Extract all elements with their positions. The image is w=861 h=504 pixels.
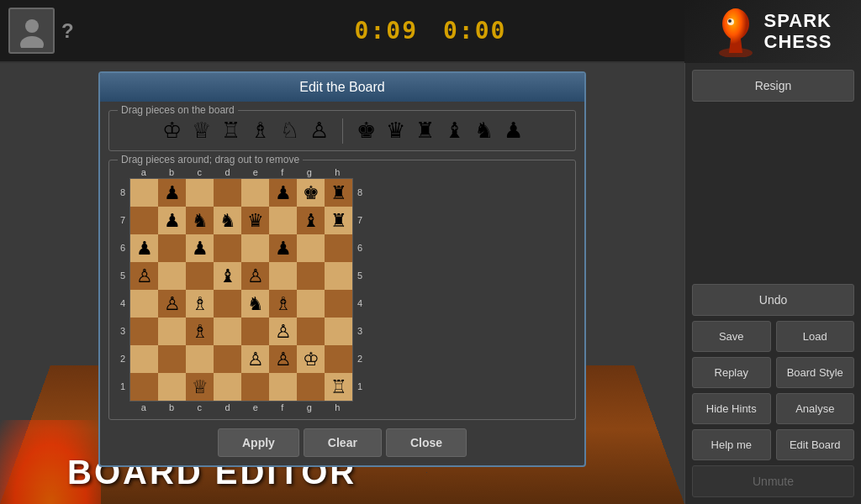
piece-black-rook[interactable]: ♜ [415,118,435,144]
cell-r4c3[interactable] [214,290,241,318]
cell-r6c2[interactable] [186,345,214,373]
cell-r2c7[interactable] [325,234,352,262]
piece-white-pawn[interactable]: ♙ [309,118,329,144]
svg-point-1 [20,36,44,48]
cell-r5c2[interactable]: ♗ [186,318,214,345]
cell-r3c5[interactable] [269,262,297,290]
help-me-button[interactable]: Help me [692,429,771,460]
cell-r7c6[interactable] [297,373,325,401]
board-style-button[interactable]: Board Style [776,357,855,388]
piece-row[interactable]: ♔ ♕ ♖ ♗ ♘ ♙ ♚ ♛ ♜ ♝ ♞ ♟ [118,118,567,144]
piece-black-bishop[interactable]: ♝ [445,118,464,144]
cell-r7c4[interactable] [241,373,269,401]
undo-button[interactable]: Undo [692,284,854,316]
cell-r0c0[interactable] [130,179,158,207]
piece-white-rook[interactable]: ♖ [221,118,240,144]
player-left-name: ? [61,19,74,43]
chess-board[interactable]: ♟♟♚♜♟♞♞♛♝♜♟♟♟♙♝♙♙♗♞♗♗♙♙♙♔♕♖ [129,178,353,402]
cell-r1c4[interactable]: ♛ [241,207,269,234]
cell-r4c7[interactable] [325,290,352,318]
cell-r4c2[interactable]: ♗ [186,290,214,318]
cell-r5c7[interactable] [325,318,352,345]
piece-white-bishop[interactable]: ♗ [251,118,270,144]
cell-r2c3[interactable] [214,234,241,262]
edit-board-button[interactable]: Edit Board [776,429,855,460]
analyse-button[interactable]: Analyse [776,393,855,424]
cell-r2c5[interactable]: ♟ [269,234,297,262]
piece-white-king[interactable]: ♔ [162,118,182,144]
cell-r1c7[interactable]: ♜ [325,207,352,234]
cell-r1c0[interactable] [130,207,158,234]
cell-r4c4[interactable]: ♞ [241,290,269,318]
coord-right: 87654321 [353,178,367,400]
cell-r3c2[interactable] [186,262,214,290]
cell-r7c0[interactable] [130,373,158,401]
cell-r1c3[interactable]: ♞ [214,207,241,234]
avatar-left [8,8,55,54]
cell-r3c0[interactable]: ♙ [130,262,158,290]
cell-r1c6[interactable]: ♝ [297,207,325,234]
cell-r6c3[interactable] [214,345,241,373]
cell-r2c6[interactable] [297,234,325,262]
cell-r0c1[interactable]: ♟ [158,179,186,207]
unmute-button[interactable]: Unmute [692,465,854,497]
cell-r5c4[interactable] [241,318,269,345]
cell-r5c6[interactable] [297,318,325,345]
cell-r3c6[interactable] [297,262,325,290]
cell-r7c2[interactable]: ♕ [186,373,214,401]
cell-r5c0[interactable] [130,318,158,345]
load-button[interactable]: Load [776,321,855,352]
cell-r2c2[interactable]: ♟ [186,234,214,262]
cell-r3c1[interactable] [158,262,186,290]
piece-black-queen[interactable]: ♛ [386,118,405,144]
cell-r7c1[interactable] [158,373,186,401]
cell-r3c4[interactable]: ♙ [241,262,269,290]
cell-r1c1[interactable]: ♟ [158,207,186,234]
cell-r7c3[interactable] [214,373,241,401]
cell-r6c1[interactable] [158,345,186,373]
piece-divider [342,118,343,144]
cell-r6c5[interactable]: ♙ [269,345,297,373]
cell-r1c2[interactable]: ♞ [186,207,214,234]
cell-r5c5[interactable]: ♙ [269,318,297,345]
piece-black-king[interactable]: ♚ [357,118,376,144]
cell-r7c7[interactable]: ♖ [325,373,352,401]
cell-r6c0[interactable] [130,345,158,373]
close-button[interactable]: Close [386,428,467,457]
coord-bottom: abcdefgh [129,402,351,412]
cell-r6c6[interactable]: ♔ [297,345,325,373]
cell-r1c5[interactable] [269,207,297,234]
replay-button[interactable]: Replay [692,357,771,388]
cell-r0c7[interactable]: ♜ [325,179,352,207]
cell-r4c1[interactable]: ♙ [158,290,186,318]
cell-r0c6[interactable]: ♚ [297,179,325,207]
hide-hints-button[interactable]: Hide Hints [692,393,771,424]
cell-r4c6[interactable] [297,290,325,318]
cell-r2c4[interactable] [241,234,269,262]
cell-r3c7[interactable] [325,262,352,290]
cell-r0c4[interactable] [241,179,269,207]
save-button[interactable]: Save [692,321,771,352]
piece-black-knight[interactable]: ♞ [474,118,494,144]
cell-r0c3[interactable] [214,179,241,207]
cell-r6c4[interactable]: ♙ [241,345,269,373]
cell-r0c2[interactable] [186,179,214,207]
resign-button[interactable]: Resign [692,70,854,102]
cell-r2c1[interactable] [158,234,186,262]
sidebar-spacer [692,107,854,279]
cell-r5c1[interactable] [158,318,186,345]
cell-r4c0[interactable] [130,290,158,318]
timers: 0:09 0:00 [355,17,507,45]
cell-r3c3[interactable]: ♝ [214,262,241,290]
cell-r2c0[interactable]: ♟ [130,234,158,262]
piece-white-queen[interactable]: ♕ [192,118,211,144]
piece-black-pawn[interactable]: ♟ [504,118,523,144]
cell-r0c5[interactable]: ♟ [269,179,297,207]
clear-button[interactable]: Clear [304,428,382,457]
cell-r7c5[interactable] [269,373,297,401]
cell-r4c5[interactable]: ♗ [269,290,297,318]
apply-button[interactable]: Apply [218,428,299,457]
piece-white-knight[interactable]: ♘ [280,118,299,144]
cell-r6c7[interactable] [325,345,352,373]
cell-r5c3[interactable] [214,318,241,345]
